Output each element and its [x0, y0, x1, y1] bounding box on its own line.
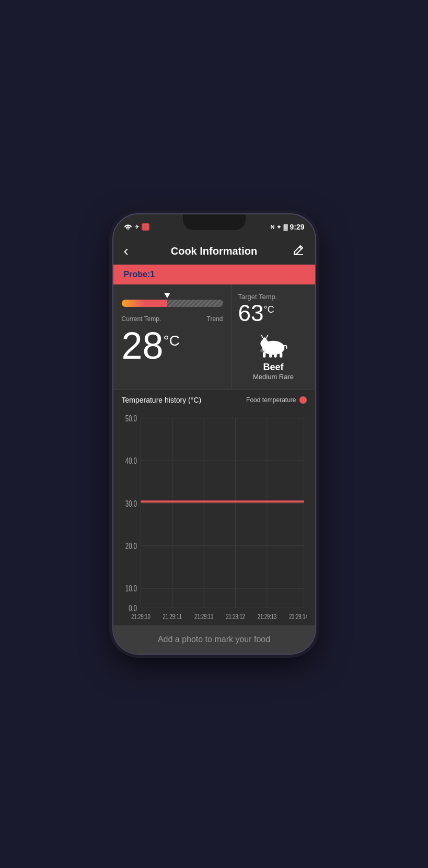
- svg-text:50.0: 50.0: [125, 414, 136, 424]
- chart-header: Temperature history (°C) Food temperatur…: [122, 396, 307, 404]
- scroll-content: Current Temp. Trend 28°C Target Temp. 63…: [113, 284, 315, 654]
- svg-text:0.0: 0.0: [129, 603, 137, 613]
- legend-label: Food temperature: [246, 396, 296, 404]
- food-type: Beef: [263, 362, 283, 373]
- svg-text:40.0: 40.0: [125, 456, 136, 466]
- svg-text:21:29:11: 21:29:11: [194, 613, 214, 621]
- app-icon: 🅱: [142, 223, 149, 231]
- phone-screen: ✈ 🅱 N ✦ ▓ 9:29 ‹ Cook Information: [113, 214, 315, 654]
- info-section: Current Temp. Trend 28°C Target Temp. 63…: [113, 284, 315, 390]
- food-doneness: Medium Rare: [253, 373, 294, 381]
- svg-rect-5: [274, 353, 276, 358]
- svg-rect-6: [280, 352, 282, 358]
- chart-legend: Food temperature: [246, 396, 306, 404]
- target-temp-number: 63: [238, 300, 264, 326]
- svg-text:30.0: 30.0: [125, 499, 136, 509]
- battery-icon: ▓: [283, 224, 287, 230]
- svg-rect-0: [294, 254, 303, 255]
- chart-title: Temperature history (°C): [122, 396, 202, 404]
- svg-point-10: [260, 349, 266, 353]
- airplane-icon: ✈: [134, 223, 140, 231]
- nfc-icon: N: [270, 224, 274, 230]
- svg-text:10.0: 10.0: [125, 584, 136, 593]
- target-temp-unit: °C: [263, 304, 274, 315]
- notch: [183, 214, 246, 230]
- wifi-icon: [124, 223, 132, 231]
- time-display: 9:29: [290, 223, 304, 231]
- page-title: Cook Information: [171, 245, 258, 257]
- svg-text:21:29:11: 21:29:11: [163, 613, 182, 621]
- temp-labels: Current Temp. Trend: [122, 315, 223, 323]
- gauge-bar: [122, 300, 223, 307]
- svg-point-9: [265, 338, 267, 339]
- svg-text:21:29:14: 21:29:14: [289, 613, 307, 621]
- target-panel: Target Temp. 63°C: [232, 284, 315, 389]
- chart-section: Temperature history (°C) Food temperatur…: [113, 390, 315, 625]
- edit-button[interactable]: [287, 244, 304, 258]
- bluetooth-icon: ✦: [276, 224, 281, 231]
- gauge-arrow: [164, 293, 170, 298]
- back-button[interactable]: ‹: [124, 243, 141, 259]
- current-temp-label: Current Temp.: [122, 315, 161, 323]
- add-photo-button[interactable]: Add a photo to mark your food: [113, 625, 315, 654]
- app-header: ‹ Cook Information: [113, 237, 315, 265]
- legend-dot: [299, 396, 307, 404]
- current-temp-panel: Current Temp. Trend 28°C: [113, 284, 232, 389]
- cow-icon: [252, 330, 294, 359]
- add-photo-label: Add a photo to mark your food: [158, 635, 270, 644]
- target-temp-label: Target Temp.: [238, 293, 277, 301]
- gauge-bar-empty: [167, 300, 223, 307]
- svg-rect-4: [269, 353, 272, 358]
- chart-area: 50.0 40.0 30.0 20.0 10.0 0.0: [122, 408, 307, 621]
- phone-frame: ✈ 🅱 N ✦ ▓ 9:29 ‹ Cook Information: [112, 213, 316, 655]
- target-temp-value: 63°C: [238, 301, 274, 326]
- current-temp-value: 28°C: [122, 327, 180, 364]
- status-left: ✈ 🅱: [124, 223, 149, 231]
- temp-gauge: [122, 293, 223, 307]
- svg-text:20.0: 20.0: [125, 541, 136, 551]
- svg-rect-3: [263, 352, 265, 358]
- svg-point-8: [263, 338, 264, 339]
- temp-unit: °C: [164, 333, 180, 349]
- svg-text:21:29:10: 21:29:10: [131, 613, 151, 621]
- svg-text:21:29:13: 21:29:13: [257, 613, 276, 621]
- trend-label: Trend: [207, 315, 223, 323]
- svg-text:21:29:12: 21:29:12: [226, 613, 245, 621]
- chart-svg: 50.0 40.0 30.0 20.0 10.0 0.0: [122, 408, 307, 621]
- status-right: N ✦ ▓ 9:29: [270, 223, 304, 231]
- probe-banner: Probe:1: [113, 265, 315, 284]
- temp-number: 28: [122, 325, 164, 367]
- probe-label: Probe:1: [124, 270, 155, 279]
